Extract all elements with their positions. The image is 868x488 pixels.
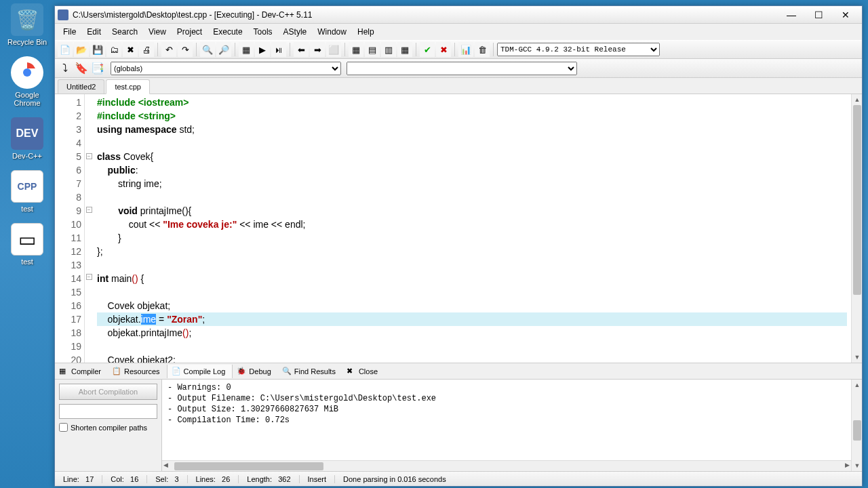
grid2-button[interactable]: ▤ [365,42,380,57]
goto-button[interactable]: ⤵ [58,61,73,76]
menu-edit[interactable]: Edit [81,25,106,39]
scrollbar-thumb[interactable] [853,105,861,295]
status-message: Done parsing in 0.016 seconds [335,475,862,483]
open-button[interactable]: 📂 [74,42,89,57]
window-title: C:\Users\mistergold\Desktop\test.cpp - [… [73,10,778,20]
bottom-panel: ▦Compiler📋Resources📄Compile Log🐞Debug🔍Fi… [55,363,862,471]
bottom-tab-find-results[interactable]: 🔍Find Results [278,365,342,378]
compile-run-button[interactable]: ⏯ [271,42,286,57]
save-button[interactable]: 💾 [90,42,105,57]
code-editor[interactable]: 1234567891011121314151617181920 −−− #inc… [55,94,862,363]
log-vertical-scrollbar[interactable]: ▲ ▼ [851,380,862,471]
grid3-button[interactable]: ▥ [381,42,396,57]
desktop-icon-chrome[interactable]: Google Chrome [3,56,51,107]
bottom-tab-compile-log[interactable]: 📄Compile Log [167,365,233,378]
app-icon [58,9,68,20]
status-sel: Sel: 3 [147,475,187,483]
minimize-button[interactable]: — [778,7,805,22]
compiler-select[interactable]: TDM-GCC 4.9.2 32-bit Release [497,43,660,56]
run-button[interactable]: ▶ [255,42,270,57]
status-mode: Insert [300,475,336,483]
forward-button[interactable]: ➡ [310,42,325,57]
grid1-button[interactable]: ▦ [349,42,363,57]
cpp-file-icon: CPP [11,170,43,203]
status-col: Col: 16 [102,475,147,483]
grid4-button[interactable]: ▦ [397,42,412,57]
menu-file[interactable]: File [58,25,81,39]
chrome-icon [11,56,43,89]
back-button[interactable]: ⬅ [294,42,309,57]
find-button[interactable]: 🔍 [200,42,215,57]
compile-filter-input[interactable] [59,404,157,419]
recycle-bin-icon: 🗑️ [11,3,43,36]
devcpp-icon: DEV [11,117,43,150]
maximize-button[interactable]: ☐ [805,7,832,22]
toolbar-main: 📄 📂 💾 🗂 ✖ 🖨 ↶ ↷ 🔍 🔎 ▦ ▶ ⏯ ⬅ ➡ ⬜ ▦ ▤ ▥ ▦ … [55,40,862,59]
replace-button[interactable]: 🔎 [216,42,231,57]
scroll-down-icon[interactable]: ▼ [852,352,862,363]
editor-tabs: Untitled2 test.cpp [55,78,862,94]
menu-view[interactable]: View [143,25,172,39]
menu-execute[interactable]: Execute [208,25,248,39]
desktop-icon-test-exe[interactable]: ▭ test [3,223,51,266]
tab-test-cpp[interactable]: test.cpp [106,79,150,94]
check-button[interactable]: ✔ [420,42,435,57]
profile-button[interactable]: 📊 [458,42,473,57]
devcpp-window: C:\Users\mistergold\Desktop\test.cpp - [… [54,5,863,487]
compile-button[interactable]: ▦ [239,42,254,57]
menu-help[interactable]: Help [352,25,380,39]
tab-untitled2[interactable]: Untitled2 [58,79,104,94]
bottom-tab-compiler[interactable]: ▦Compiler [55,365,108,378]
scroll-up-icon[interactable]: ▲ [852,94,862,105]
abort-compilation-button[interactable]: Abort Compilation [59,384,157,400]
line-number-gutter: 1234567891011121314151617181920 [55,94,85,363]
bottom-tab-debug[interactable]: 🐞Debug [233,365,277,378]
desktop-icon-test-cpp[interactable]: CPP test [3,170,51,213]
vertical-scrollbar[interactable]: ▲ ▼ [851,94,862,363]
goto-bookmark-button[interactable]: 📑 [90,61,105,76]
close-button[interactable]: ✕ [832,7,859,22]
bottom-tabs: ▦Compiler📋Resources📄Compile Log🐞Debug🔍Fi… [55,363,862,380]
exe-file-icon: ▭ [11,223,43,256]
bottom-tab-close[interactable]: ✖Close [342,365,384,378]
menu-window[interactable]: Window [312,25,352,39]
status-line: Line: 17 [55,475,102,483]
status-length: Length: 362 [239,475,299,483]
toolbar-nav: ⤵ 🔖 📑 (globals) [55,59,862,78]
new-file-button[interactable]: 📄 [58,42,73,57]
statusbar: Line: 17 Col: 16 Sel: 3 Lines: 26 Length… [55,471,862,486]
menubar: FileEditSearchViewProjectExecuteToolsASt… [55,24,862,40]
status-lines: Lines: 26 [188,475,239,483]
menu-search[interactable]: Search [106,25,143,39]
redo-button[interactable]: ↷ [178,42,193,57]
desktop-icon-recycle-bin[interactable]: 🗑️ Recycle Bin [3,3,51,46]
print-button[interactable]: 🖨 [139,42,154,57]
desktop-icon-devcpp[interactable]: DEV Dev-C++ [3,117,51,160]
close-file-button[interactable]: ✖ [123,42,138,57]
save-all-button[interactable]: 🗂 [106,42,121,57]
bookmark-button[interactable]: ⬜ [326,42,341,57]
horizontal-scrollbar[interactable]: ◀ ▶ [162,460,851,471]
abort-button[interactable]: ✖ [436,42,451,57]
bookmark-toggle-button[interactable]: 🔖 [74,61,89,76]
undo-button[interactable]: ↶ [161,42,176,57]
member-select[interactable] [347,62,577,75]
titlebar[interactable]: C:\Users\mistergold\Desktop\test.cpp - [… [55,6,862,24]
menu-astyle[interactable]: AStyle [278,25,313,39]
menu-tools[interactable]: Tools [248,25,278,39]
compile-controls: Abort Compilation Shorten compiler paths [55,380,162,471]
bottom-tab-resources[interactable]: 📋Resources [108,365,167,378]
shorten-paths-checkbox[interactable]: Shorten compiler paths [59,423,157,432]
code-area[interactable]: #include <iostream>#include <string>usin… [93,94,851,363]
menu-project[interactable]: Project [172,25,208,39]
delete-profile-button[interactable]: 🗑 [475,42,490,57]
fold-column[interactable]: −−− [85,94,93,363]
compile-log[interactable]: - Warnings: 0 - Output Filename: C:\User… [162,380,851,460]
scope-select[interactable]: (globals) [111,62,341,75]
